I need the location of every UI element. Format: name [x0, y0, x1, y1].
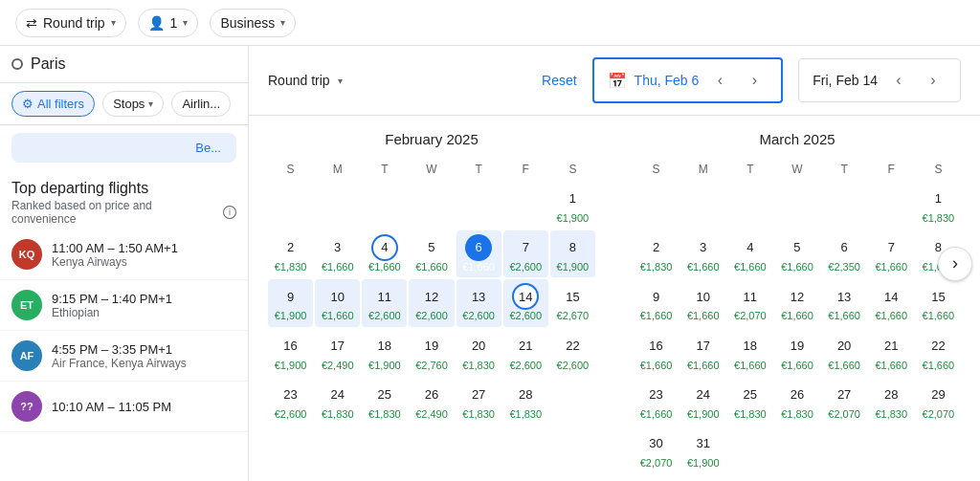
round-trip-button[interactable]: ⇄ Round trip ▾ — [15, 9, 126, 37]
cal-day-cell[interactable]: 22€2,600 — [550, 329, 595, 376]
cal-day-cell[interactable]: 4€1,660 — [362, 230, 407, 277]
cal-day-cell[interactable]: 27€2,070 — [822, 378, 867, 425]
cal-day-cell[interactable]: 17€1,660 — [680, 329, 725, 376]
cal-day-cell[interactable]: 9€1,900 — [268, 279, 313, 326]
cal-day-cell[interactable]: 9€1,660 — [634, 279, 679, 326]
return-next-button[interactable]: › — [920, 67, 947, 94]
cal-day-cell[interactable]: 4€1,660 — [727, 230, 772, 277]
cal-day-cell[interactable]: 13€1,660 — [822, 279, 867, 326]
cal-day-cell[interactable]: 25€1,830 — [362, 378, 407, 425]
cal-day-cell[interactable]: 6€2,350 — [822, 230, 867, 277]
cal-day-cell[interactable]: 1€1,900 — [550, 182, 595, 229]
cal-day-cell[interactable]: 28€1,830 — [503, 378, 548, 425]
cal-day-cell[interactable]: 14€2,600 — [503, 279, 548, 326]
cal-day-cell[interactable]: 12€1,660 — [774, 279, 819, 326]
cal-day-cell[interactable]: 8€1,900 — [550, 230, 595, 277]
best-button[interactable]: Be... — [11, 133, 236, 163]
cal-trip-selector[interactable]: Round trip ▾ — [268, 73, 343, 88]
cal-month-title: February 2025 — [268, 131, 595, 147]
february-calendar: February 2025SMTWTFS1€1,9002€1,8303€1,66… — [268, 131, 595, 466]
cal-day-cell[interactable]: 19€2,760 — [409, 329, 454, 376]
flight-list: KQ 11:00 AM – 1:50 AM+1 Kenya Airways ET… — [0, 230, 248, 481]
cal-day-cell[interactable]: 5€1,660 — [774, 230, 819, 277]
flights-title: Top departing flights — [11, 180, 236, 197]
person-icon: 👤 — [148, 15, 165, 31]
departure-prev-button[interactable]: ‹ — [706, 67, 733, 94]
cal-day-cell[interactable]: 16€1,900 — [268, 329, 313, 376]
flight-info: 4:55 PM – 3:35 PM+1 Air France, Kenya Ai… — [52, 342, 236, 370]
airline-name: Ethiopian — [52, 306, 236, 319]
cal-day-cell[interactable]: 3€1,660 — [315, 230, 360, 277]
return-prev-button[interactable]: ‹ — [885, 67, 912, 94]
main-layout: ⚙ All filters Stops ▾ Airlin... Be... To… — [0, 46, 980, 481]
cal-day-cell[interactable]: 19€1,660 — [774, 329, 819, 376]
departure-date-button[interactable]: 📅 Thu, Feb 6 ‹ › — [592, 57, 784, 103]
cal-day-cell[interactable]: 25€1,830 — [727, 378, 772, 425]
cal-day-cell[interactable]: 3€1,660 — [680, 230, 725, 277]
cal-day-cell[interactable]: 18€1,900 — [362, 329, 407, 376]
day-of-week: T — [727, 159, 772, 180]
cal-day-cell[interactable]: 6€1,660 — [457, 230, 501, 277]
left-panel: ⚙ All filters Stops ▾ Airlin... Be... To… — [0, 46, 249, 481]
cal-day-cell[interactable]: 2€1,830 — [634, 230, 679, 277]
cal-day-cell[interactable]: 1€1,830 — [916, 182, 961, 229]
cal-day-cell[interactable]: 10€1,660 — [680, 279, 725, 326]
cal-day-cell[interactable]: 15€1,660 — [916, 279, 961, 326]
cal-day-cell[interactable]: 2€1,830 — [268, 230, 313, 277]
day-of-week: S — [916, 159, 961, 180]
cal-day-cell[interactable]: 11€2,070 — [727, 279, 772, 326]
cal-reset-button[interactable]: Reset — [542, 73, 577, 88]
cal-day-cell[interactable]: 31€1,900 — [680, 426, 725, 473]
cal-day-cell[interactable]: 28€1,830 — [869, 378, 914, 425]
class-button[interactable]: Business ▾ — [210, 9, 296, 37]
cal-day-cell[interactable]: 26€2,490 — [409, 378, 454, 425]
flight-info: 9:15 PM – 1:40 PM+1 Ethiopian — [52, 292, 236, 319]
search-input[interactable] — [31, 55, 236, 73]
cal-trip-chevron: ▾ — [338, 76, 343, 86]
departure-next-button[interactable]: › — [741, 67, 768, 94]
cal-day-cell[interactable]: 21€1,660 — [869, 329, 914, 376]
flight-item[interactable]: KQ 11:00 AM – 1:50 AM+1 Kenya Airways — [0, 230, 248, 280]
class-chevron: ▾ — [280, 17, 285, 28]
cal-day-cell[interactable]: 27€1,830 — [457, 378, 501, 425]
all-filters-label: All filters — [37, 97, 84, 111]
cal-day-cell[interactable]: 24€1,830 — [315, 378, 360, 425]
cal-day-cell[interactable]: 21€2,600 — [503, 329, 548, 376]
cal-day-cell[interactable]: 22€1,660 — [916, 329, 961, 376]
flight-item[interactable]: AF 4:55 PM – 3:35 PM+1 Air France, Kenya… — [0, 331, 248, 382]
return-date-button[interactable]: Fri, Feb 14 ‹ › — [798, 58, 961, 102]
cal-day-cell[interactable]: 20€1,830 — [457, 329, 501, 376]
cal-day-cell[interactable]: 18€1,660 — [727, 329, 772, 376]
flight-item[interactable]: ?? 10:10 AM – 11:05 PM — [0, 382, 248, 432]
calendar-next-button[interactable]: › — [938, 247, 972, 281]
cal-day-cell[interactable]: 5€1,660 — [409, 230, 454, 277]
cal-day-cell[interactable]: 17€2,490 — [315, 329, 360, 376]
passengers-button[interactable]: 👤 1 ▾ — [138, 9, 199, 37]
cal-day-cell[interactable]: 23€2,600 — [268, 378, 313, 425]
cal-day-cell[interactable]: 11€2,600 — [362, 279, 407, 326]
cal-grid: SMTWTFS1€1,9002€1,8303€1,6604€1,6605€1,6… — [268, 159, 595, 425]
flight-time: 4:55 PM – 3:35 PM+1 — [52, 342, 236, 357]
airline-logo: AF — [11, 340, 42, 371]
day-of-week: M — [315, 159, 360, 180]
cal-empty-cell — [503, 182, 548, 229]
flight-time: 10:10 AM – 11:05 PM — [52, 400, 236, 414]
all-filters-button[interactable]: ⚙ All filters — [11, 91, 95, 117]
cal-day-cell[interactable]: 23€1,660 — [634, 378, 679, 425]
cal-day-cell[interactable]: 29€2,070 — [916, 378, 961, 425]
cal-day-cell[interactable]: 16€1,660 — [634, 329, 679, 376]
cal-day-cell[interactable]: 10€1,660 — [315, 279, 360, 326]
cal-day-cell[interactable]: 15€2,670 — [550, 279, 595, 326]
cal-day-cell[interactable]: 14€1,660 — [869, 279, 914, 326]
cal-day-cell[interactable]: 7€1,660 — [869, 230, 914, 277]
cal-day-cell[interactable]: 30€2,070 — [634, 426, 679, 473]
cal-day-cell[interactable]: 26€1,830 — [774, 378, 819, 425]
airline-button[interactable]: Airlin... — [171, 91, 231, 117]
cal-day-cell[interactable]: 24€1,900 — [680, 378, 725, 425]
cal-day-cell[interactable]: 20€1,660 — [822, 329, 867, 376]
cal-day-cell[interactable]: 7€2,600 — [503, 230, 548, 277]
cal-day-cell[interactable]: 13€2,600 — [457, 279, 501, 326]
flight-item[interactable]: ET 9:15 PM – 1:40 PM+1 Ethiopian — [0, 280, 248, 331]
cal-day-cell[interactable]: 12€2,600 — [409, 279, 454, 326]
stops-button[interactable]: Stops ▾ — [102, 91, 164, 117]
